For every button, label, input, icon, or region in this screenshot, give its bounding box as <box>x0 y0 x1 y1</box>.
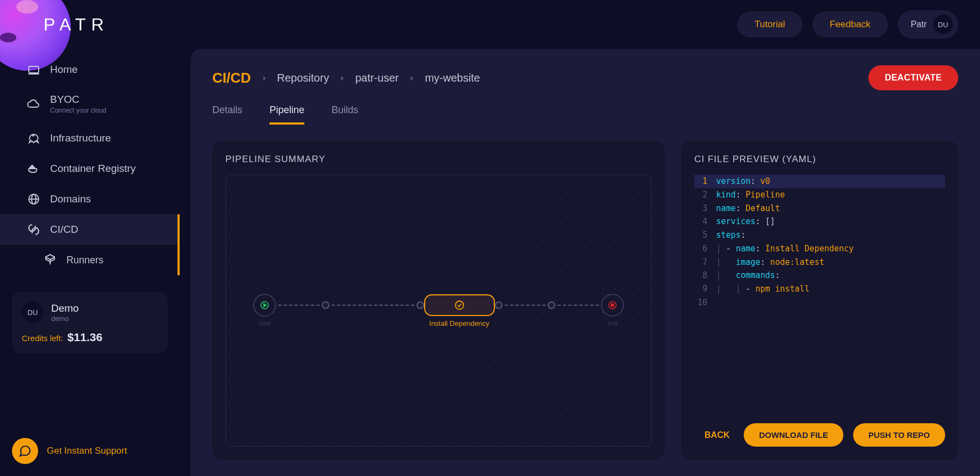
svg-rect-3 <box>30 167 31 169</box>
connector-dot <box>548 301 555 309</box>
line-number: 6 <box>694 242 716 256</box>
sidebar: HomeBYOCConnect your cloudInfrastructure… <box>0 49 180 476</box>
push-to-repo-button[interactable]: PUSH TO REPO <box>853 423 945 447</box>
sidebar-item-domains[interactable]: Domains <box>0 184 177 214</box>
svg-rect-6 <box>32 165 33 167</box>
connector-dot <box>495 301 503 309</box>
connector <box>278 305 320 306</box>
tutorial-button[interactable]: Tutorial <box>737 11 803 38</box>
svg-rect-14 <box>611 304 614 307</box>
tab-builds[interactable]: Builds <box>332 104 358 125</box>
user-avatar: DU <box>22 301 44 323</box>
line-number: 7 <box>694 256 716 269</box>
line-number: 4 <box>694 215 716 228</box>
connector <box>505 305 546 306</box>
line-number: 9 <box>694 282 716 296</box>
pipeline-start-node[interactable]: start <box>253 294 276 317</box>
user-card[interactable]: DU Demo demo Credits left: $11.36 <box>12 292 168 354</box>
code-line: 1version: v0 <box>694 175 945 188</box>
code-line: 7| image: node:latest <box>694 256 945 269</box>
back-button[interactable]: BACK <box>705 430 730 440</box>
sidebar-item-label: Home <box>50 64 78 76</box>
line-number: 2 <box>694 188 716 202</box>
domains-icon <box>27 193 40 206</box>
line-number: 5 <box>694 228 716 242</box>
deactivate-button[interactable]: DEACTIVATE <box>868 65 958 90</box>
line-number: 3 <box>694 202 716 215</box>
sidebar-item-label: BYOC <box>50 94 106 106</box>
breadcrumb-item[interactable]: Repository <box>277 72 329 84</box>
code-editor[interactable]: 1version: v02kind: Pipeline3name: Defaul… <box>694 175 945 413</box>
pipeline-summary-title: PIPELINE SUMMARY <box>225 154 652 165</box>
end-label: end <box>608 320 617 326</box>
chevron-right-icon <box>339 72 345 84</box>
chevron-right-icon <box>261 72 267 84</box>
support-label: Get Instant Support <box>47 446 127 456</box>
sidebar-item-cicd[interactable]: CI/CD <box>0 214 177 245</box>
code-content: | - name: Install Dependency <box>716 242 854 256</box>
code-line: 4services: [] <box>694 215 945 228</box>
code-line: 10 <box>694 296 945 310</box>
code-line: 5steps: <box>694 228 945 242</box>
cicd-icon <box>27 223 40 236</box>
pipeline-step-label: Install Dependency <box>429 319 489 327</box>
code-content: version: v0 <box>716 175 770 188</box>
code-content: | image: node:latest <box>716 256 824 269</box>
breadcrumb-root[interactable]: CI/CD <box>212 70 251 86</box>
logo[interactable]: PATR <box>0 0 163 49</box>
svg-point-2 <box>33 135 34 136</box>
connector <box>558 305 599 306</box>
chat-icon <box>12 438 38 464</box>
svg-marker-11 <box>264 304 267 307</box>
line-number: 1 <box>694 175 716 188</box>
home-icon <box>27 63 40 76</box>
sidebar-item-label: Domains <box>50 193 91 205</box>
user-handle: demo <box>51 314 79 323</box>
download-file-button[interactable]: DOWNLOAD FILE <box>744 423 843 447</box>
credits-value: $11.36 <box>68 331 102 344</box>
svg-point-12 <box>455 301 463 310</box>
sidebar-item-label: CI/CD <box>50 224 78 236</box>
feedback-button[interactable]: Feedback <box>812 11 888 38</box>
yaml-preview-title: CI FILE PREVIEW (YAML) <box>694 154 945 165</box>
tab-details[interactable]: Details <box>212 104 242 125</box>
sidebar-item-infrastructure[interactable]: Infrastructure <box>0 123 177 153</box>
code-line: 2kind: Pipeline <box>694 188 945 202</box>
brand-name: PATR <box>44 15 109 35</box>
byoc-icon <box>27 97 40 110</box>
svg-rect-5 <box>33 167 34 169</box>
sidebar-item-label: Runners <box>66 255 103 266</box>
code-line: 9| | - npm install <box>694 282 945 296</box>
sidebar-item-subtitle: Connect your cloud <box>50 107 106 114</box>
sidebar-item-label: Infrastructure <box>50 132 111 144</box>
code-line: 6| - name: Install Dependency <box>694 242 945 256</box>
code-content: | commands: <box>716 269 780 282</box>
runners-icon <box>44 254 57 267</box>
breadcrumb-item[interactable]: patr-user <box>355 72 399 84</box>
infrastructure-icon <box>27 132 40 145</box>
code-content: name: Default <box>716 202 780 215</box>
yaml-preview-panel: CI FILE PREVIEW (YAML) 1version: v02kind… <box>681 141 958 460</box>
svg-rect-0 <box>29 66 39 73</box>
connector <box>332 305 414 306</box>
pipeline-canvas[interactable]: start Install Dependency <box>225 175 652 447</box>
sidebar-item-home[interactable]: Home <box>0 54 177 85</box>
code-line: 8| commands: <box>694 269 945 282</box>
chevron-right-icon <box>408 72 415 84</box>
code-content: services: [] <box>716 215 775 228</box>
line-number: 10 <box>694 296 716 310</box>
support-button[interactable]: Get Instant Support <box>0 431 180 471</box>
sidebar-item-label: Container Registry <box>50 163 136 175</box>
tab-pipeline[interactable]: Pipeline <box>270 104 304 125</box>
pipeline-summary-panel: PIPELINE SUMMARY start Install <box>212 141 665 460</box>
pipeline-step[interactable]: Install Dependency <box>424 294 495 316</box>
sidebar-item-runners[interactable]: Runners <box>0 245 177 275</box>
workspace-switcher[interactable]: Patr DU <box>898 10 958 39</box>
breadcrumb-item[interactable]: my-website <box>425 72 480 84</box>
sidebar-item-container-registry[interactable]: Container Registry <box>0 153 177 184</box>
sidebar-item-byoc[interactable]: BYOCConnect your cloud <box>0 85 177 123</box>
pipeline-end-node[interactable]: end <box>601 294 624 317</box>
start-label: start <box>259 320 270 326</box>
connector-dot <box>322 301 329 309</box>
code-content: kind: Pipeline <box>716 188 785 202</box>
